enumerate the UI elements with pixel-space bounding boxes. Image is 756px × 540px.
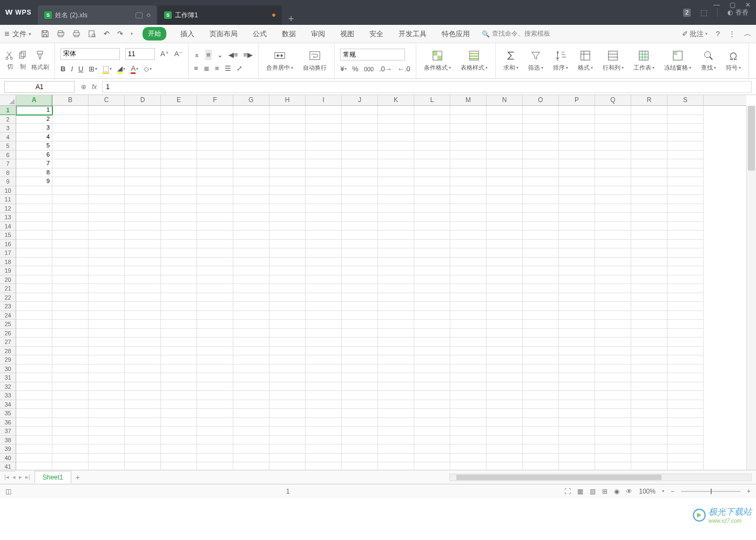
cell-M38[interactable] [450,436,487,445]
cell-Q16[interactable] [595,240,631,249]
cell-H12[interactable] [269,204,306,213]
cell-P5[interactable] [559,141,595,151]
zoom-out-button[interactable]: − [671,488,674,495]
cell-M5[interactable] [450,141,487,151]
cell-E19[interactable] [161,266,197,275]
cell-F11[interactable] [197,195,233,204]
undo-button[interactable]: ↶ [104,30,110,38]
cell-P30[interactable] [559,364,595,374]
formula-input[interactable] [102,81,752,93]
cell-O6[interactable] [523,151,559,160]
cell-Q10[interactable] [595,186,631,195]
cell-K33[interactable] [378,391,414,400]
cell-J39[interactable] [342,444,378,454]
cell-L17[interactable] [414,248,450,258]
cell-K6[interactable] [378,151,414,160]
cell-B23[interactable] [52,302,89,311]
cell-G1[interactable] [233,106,269,115]
cell-J10[interactable] [342,186,378,195]
menu-tab-视图[interactable]: 视图 [339,28,355,40]
cell-K26[interactable] [378,329,414,338]
cell-K8[interactable] [378,168,414,178]
cell-B6[interactable] [52,151,89,160]
cell-K5[interactable] [378,141,414,151]
menu-tab-页面布局[interactable]: 页面布局 [208,28,239,40]
cell-G18[interactable] [233,258,269,267]
cell-R23[interactable] [631,302,667,311]
cell-C4[interactable] [89,133,125,142]
cell-L12[interactable] [414,204,450,213]
cell-F22[interactable] [197,293,233,302]
row-header-10[interactable]: 10 [0,186,16,195]
cell-N3[interactable] [487,124,523,133]
cell-N4[interactable] [487,133,523,142]
cell-G34[interactable] [233,400,269,409]
cell-N1[interactable] [487,106,523,115]
cell-D39[interactable] [125,444,161,454]
cell-F10[interactable] [197,186,233,195]
cell-B25[interactable] [52,320,89,329]
sheet-last-button[interactable]: ▸| [25,474,30,481]
fx-icon[interactable]: fx [92,83,97,91]
cell-D24[interactable] [125,311,161,320]
cell-R38[interactable] [631,436,667,445]
cell-Q2[interactable] [595,115,631,124]
cell-D28[interactable] [125,347,161,356]
cell-P23[interactable] [559,302,595,311]
cell-S18[interactable] [667,258,704,267]
cell-P31[interactable] [559,373,595,382]
cell-Q29[interactable] [595,355,631,364]
cell-D20[interactable] [125,275,161,285]
cell-G36[interactable] [233,418,269,427]
cell-K28[interactable] [378,347,414,356]
cell-A34[interactable] [16,400,52,409]
cell-H36[interactable] [269,418,306,427]
cell-P41[interactable] [559,462,595,470]
cell-Q33[interactable] [595,391,631,400]
cell-A1[interactable]: 1 [16,106,52,115]
cell-E40[interactable] [161,454,197,463]
cell-S10[interactable] [667,186,704,195]
cell-C29[interactable] [89,355,125,364]
row-header-15[interactable]: 15 [0,231,16,240]
cell-I18[interactable] [306,258,342,267]
sheet-first-button[interactable]: |◂ [4,474,9,481]
cell-L33[interactable] [414,391,450,400]
filter-button[interactable]: 筛选▾ [526,50,545,72]
cell-J31[interactable] [342,373,378,382]
cell-R41[interactable] [631,462,667,470]
cell-S7[interactable] [667,159,704,168]
cell-R3[interactable] [631,124,667,133]
cell-C2[interactable] [89,115,125,124]
cell-C10[interactable] [89,186,125,195]
cell-M34[interactable] [450,400,487,409]
cell-L18[interactable] [414,258,450,267]
new-tab-button[interactable]: + [283,14,299,25]
cell-N6[interactable] [487,151,523,160]
cell-M19[interactable] [450,266,487,275]
cell-B41[interactable] [52,462,89,470]
cell-J40[interactable] [342,454,378,463]
cell-L35[interactable] [414,409,450,418]
cell-D9[interactable] [125,177,161,186]
cell-I12[interactable] [306,204,342,213]
cell-B19[interactable] [52,266,89,275]
increase-indent-button[interactable]: ≡▶ [244,51,253,59]
cell-O27[interactable] [523,338,559,347]
orientation-button[interactable]: ⤢ [237,64,242,72]
cell-E6[interactable] [161,151,197,160]
row-header-32[interactable]: 32 [0,382,16,392]
cell-C11[interactable] [89,195,125,204]
cell-K2[interactable] [378,115,414,124]
cell-G8[interactable] [233,168,269,178]
cell-S37[interactable] [667,427,704,436]
cell-C26[interactable] [89,329,125,338]
cell-R6[interactable] [631,151,667,160]
cell-H28[interactable] [269,347,306,356]
cell-B18[interactable] [52,258,89,267]
cell-C6[interactable] [89,151,125,160]
cell-E16[interactable] [161,240,197,249]
cell-A19[interactable] [16,266,52,275]
cell-R11[interactable] [631,195,667,204]
save-icon[interactable] [41,30,49,38]
